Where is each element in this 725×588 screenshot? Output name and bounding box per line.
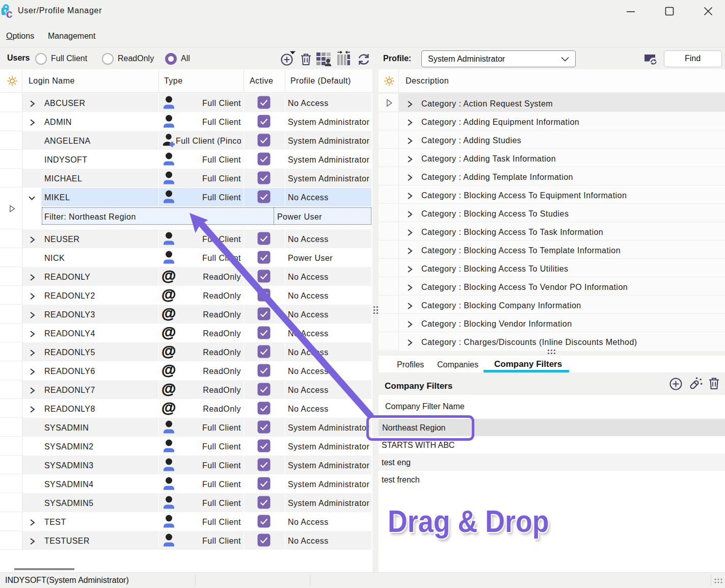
svg-text:c: c <box>6 7 13 18</box>
